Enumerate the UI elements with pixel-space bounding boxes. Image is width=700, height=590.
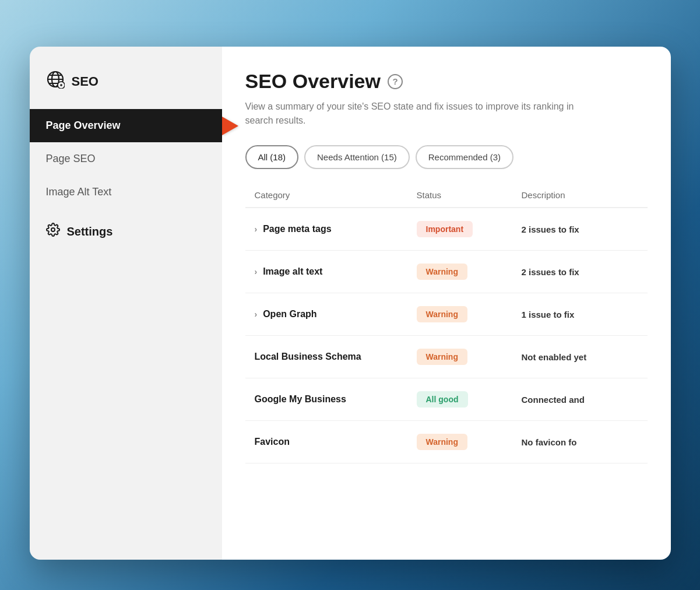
table-row[interactable]: Google My Business All good Connected an… (245, 378, 648, 421)
seo-globe-icon (46, 70, 65, 93)
chevron-right-icon: › (255, 267, 258, 276)
row-desc-page-meta-tags: 2 issues to fix (522, 224, 638, 234)
sidebar-title: SEO (72, 74, 99, 89)
page-description: View a summary of your site's SEO state … (245, 100, 595, 128)
row-category-page-meta-tags: › Page meta tags (255, 224, 417, 234)
sidebar-section-settings[interactable]: Settings (30, 209, 222, 247)
row-status-favicon: Warning (417, 434, 522, 450)
table-header: Category Status Description (245, 183, 648, 208)
row-category-favicon: Favicon (255, 437, 417, 447)
table-row[interactable]: › Open Graph Warning 1 issue to fix (245, 293, 648, 336)
cursor-arrow-icon (222, 117, 238, 135)
col-header-category: Category (255, 190, 417, 200)
sidebar-logo: SEO (30, 64, 222, 109)
row-desc-image-alt-text: 2 issues to fix (522, 267, 638, 277)
help-icon[interactable]: ? (388, 74, 403, 89)
sidebar-item-page-overview[interactable]: Page Overview (30, 109, 222, 142)
main-content: SEO Overview ? View a summary of your si… (222, 47, 671, 560)
settings-label: Settings (67, 225, 113, 238)
chevron-right-icon: › (255, 224, 258, 234)
settings-gear-icon (46, 223, 60, 240)
row-category-google-my-business: Google My Business (255, 394, 417, 405)
filter-tab-needs-attention[interactable]: Needs Attention (15) (304, 145, 410, 169)
status-badge-important: Important (417, 221, 473, 237)
status-badge-warning: Warning (417, 434, 467, 450)
status-badge-good: All good (417, 391, 468, 408)
row-status-page-meta-tags: Important (417, 221, 522, 237)
sidebar-item-page-seo[interactable]: Page SEO (30, 142, 222, 175)
app-container: SEO Page Overview Page SEO Image Alt Tex… (30, 47, 671, 560)
col-header-description: Description (522, 190, 638, 200)
status-badge-warning: Warning (417, 306, 467, 322)
row-desc-local-business-schema: Not enabled yet (522, 352, 638, 362)
table-row[interactable]: Local Business Schema Warning Not enable… (245, 336, 648, 378)
row-category-local-business-schema: Local Business Schema (255, 352, 417, 362)
page-header: SEO Overview ? (245, 70, 648, 93)
sidebar-nav-page-overview-wrapper: Page Overview (30, 109, 222, 142)
row-desc-google-my-business: Connected and (522, 395, 638, 405)
row-status-image-alt-text: Warning (417, 264, 522, 280)
page-title: SEO Overview (245, 70, 381, 93)
row-status-open-graph: Warning (417, 306, 522, 322)
chevron-right-icon: › (255, 310, 258, 319)
row-desc-favicon: No favicon fo (522, 437, 638, 447)
sidebar-item-image-alt-text[interactable]: Image Alt Text (30, 175, 222, 209)
row-status-google-my-business: All good (417, 391, 522, 408)
sidebar: SEO Page Overview Page SEO Image Alt Tex… (30, 47, 222, 560)
status-badge-warning: Warning (417, 264, 467, 280)
seo-table: Category Status Description › Page meta … (245, 183, 648, 463)
table-row[interactable]: Favicon Warning No favicon fo (245, 421, 648, 463)
row-status-local-business-schema: Warning (417, 349, 522, 365)
row-category-image-alt-text: › Image alt text (255, 266, 417, 277)
row-desc-open-graph: 1 issue to fix (522, 310, 638, 319)
filter-tabs: All (18) Needs Attention (15) Recommende… (245, 145, 648, 169)
col-header-status: Status (417, 190, 522, 200)
filter-tab-recommended[interactable]: Recommended (3) (416, 145, 513, 169)
status-badge-warning: Warning (417, 349, 467, 365)
filter-tab-all[interactable]: All (18) (245, 145, 299, 169)
row-category-open-graph: › Open Graph (255, 309, 417, 319)
table-row[interactable]: › Page meta tags Important 2 issues to f… (245, 208, 648, 251)
table-row[interactable]: › Image alt text Warning 2 issues to fix (245, 251, 648, 293)
